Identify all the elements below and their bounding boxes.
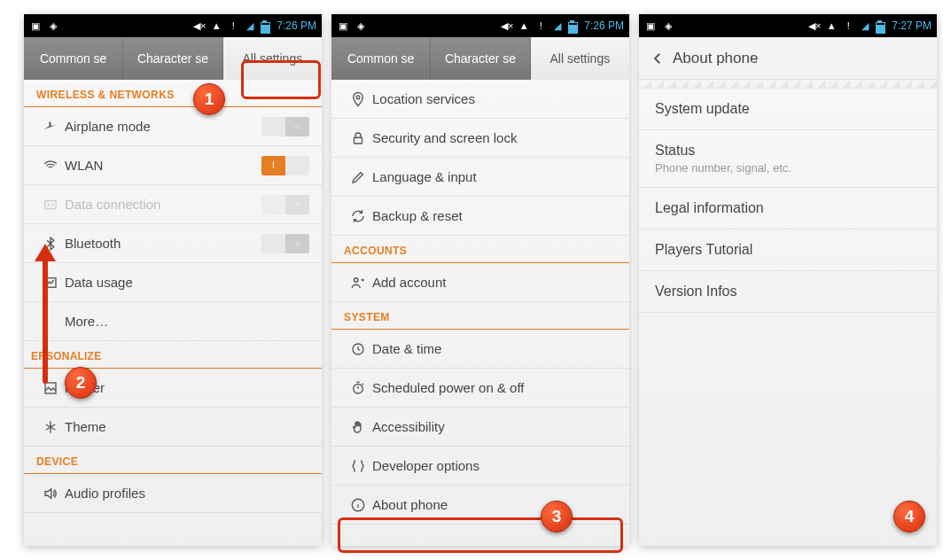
braces-icon [344,458,372,474]
settings-list[interactable]: Location services Security and screen lo… [331,80,629,546]
clock-icon [344,341,372,357]
lock-icon [344,130,372,146]
row-add-account[interactable]: Add account [331,263,629,302]
row-accessibility[interactable]: Accessibility [331,408,629,447]
callout-3: 3 [541,501,573,533]
status-bar: ▣◈ ◀×▲!◢7:27 PM [639,14,937,37]
pen-icon [344,169,372,185]
paper-edge [639,80,937,89]
signal-icon: ◢ [551,19,564,32]
tab-character[interactable]: Character se [123,37,222,80]
airplane-toggle[interactable]: ○ [261,117,309,136]
callout-2: 2 [65,367,97,399]
tab-common[interactable]: Common se [331,37,431,80]
wifi-icon: ▲ [825,19,838,32]
row-developer[interactable]: Developer options [331,447,629,486]
timer-icon [344,380,372,396]
download-icon: ▣ [644,19,657,32]
row-theme[interactable]: Theme [24,408,322,447]
mute-icon: ◀× [808,19,821,32]
battery-icon [568,19,576,32]
svg-rect-0 [45,200,56,208]
mute-icon: ◀× [193,19,206,32]
status-bar: ▣ ◈ ◀× ▲ ! ◢ 7:26 PM [24,14,322,37]
battery-icon [261,19,269,32]
info-icon [344,497,372,513]
row-security[interactable]: Security and screen lock [331,119,629,158]
item-status[interactable]: StatusPhone number, signal, etc. [639,130,937,188]
item-version[interactable]: Version Infos [639,271,937,313]
refresh-icon [344,208,372,224]
row-datetime[interactable]: Date & time [331,330,629,369]
phone-screen-2: ▣◈ ◀×▲!◢7:26 PM Common se Character se A… [331,14,629,546]
row-airplane[interactable]: Airplane mode ○ [24,107,322,146]
row-scheduled[interactable]: Scheduled power on & off [331,369,629,408]
row-more[interactable]: More… [24,302,322,341]
battery-icon [876,19,884,32]
hand-icon [344,419,372,435]
settings-tabs: Common se Character se All settings [331,37,629,80]
tab-common[interactable]: Common se [24,37,123,80]
section-device: DEVICE [24,447,322,474]
row-location[interactable]: Location services [331,80,629,119]
tab-character[interactable]: Character se [431,37,530,80]
status-bar: ▣◈ ◀×▲!◢7:26 PM [331,14,629,37]
header-bar: About phone [639,37,937,80]
data-toggle: ○ [261,195,309,214]
speaker-icon [36,486,65,502]
section-wireless: WIRELESS & NETWORKS [24,80,322,107]
row-data-connection[interactable]: Data connection ○ [24,185,322,224]
tab-all[interactable]: All settings [223,37,322,80]
svg-rect-4 [355,137,362,144]
section-personalize: ERSONALIZE [24,341,322,369]
svg-rect-2 [45,383,56,393]
tab-all[interactable]: All settings [531,37,629,80]
shield-icon: ◈ [355,19,367,32]
mute-icon: ◀× [501,19,513,32]
shield-icon: ◈ [662,19,674,32]
back-button[interactable] [650,51,673,66]
clock-text: 7:26 PM [584,19,624,32]
theme-icon [36,419,65,435]
data-icon [36,197,65,213]
alert-icon: ! [534,19,547,32]
alert-icon: ! [842,19,854,32]
item-tutorial[interactable]: Players Tutorial [639,229,937,271]
clock-text: 7:26 PM [277,19,316,32]
airplane-icon [36,119,65,135]
row-data-usage[interactable]: Data usage [24,263,322,302]
phone-screen-3: ▣◈ ◀×▲!◢7:27 PM About phone System updat… [639,14,937,546]
phone-screen-1: ▣ ◈ ◀× ▲ ! ◢ 7:26 PM Common se Character… [24,14,322,546]
callout-1: 1 [193,83,225,115]
shield-icon: ◈ [47,19,59,32]
settings-list[interactable]: WIRELESS & NETWORKS Airplane mode ○ WLAN… [24,80,322,546]
download-icon: ▣ [29,19,42,32]
item-system-update[interactable]: System update [639,89,937,130]
about-list[interactable]: System update StatusPhone number, signal… [639,89,937,546]
svg-point-5 [355,277,359,282]
svg-point-3 [356,95,360,98]
item-legal[interactable]: Legal information [639,188,937,229]
wifi-icon [36,158,65,174]
row-about[interactable]: About phone [331,486,629,525]
bluetooth-toggle[interactable]: ○ [261,234,309,253]
signal-icon: ◢ [244,19,256,32]
section-accounts: ACCOUNTS [331,236,629,263]
page-title: About phone [673,50,758,67]
chart-icon [36,275,65,291]
row-language[interactable]: Language & input [331,158,629,197]
wallpaper-icon [36,380,65,396]
row-wlan[interactable]: WLAN I [24,146,322,185]
wlan-toggle[interactable]: I [261,156,309,175]
section-system: SYSTEM [331,302,629,330]
location-icon [344,91,372,107]
clock-text: 7:27 PM [892,19,931,32]
row-audio[interactable]: Audio profiles [24,474,322,513]
wifi-icon: ▲ [518,19,530,32]
account-icon [344,275,372,291]
wifi-icon: ▲ [210,19,222,32]
alert-icon: ! [227,19,239,32]
row-backup[interactable]: Backup & reset [331,197,629,236]
row-bluetooth[interactable]: Bluetooth ○ [24,224,322,263]
signal-icon: ◢ [859,19,871,32]
